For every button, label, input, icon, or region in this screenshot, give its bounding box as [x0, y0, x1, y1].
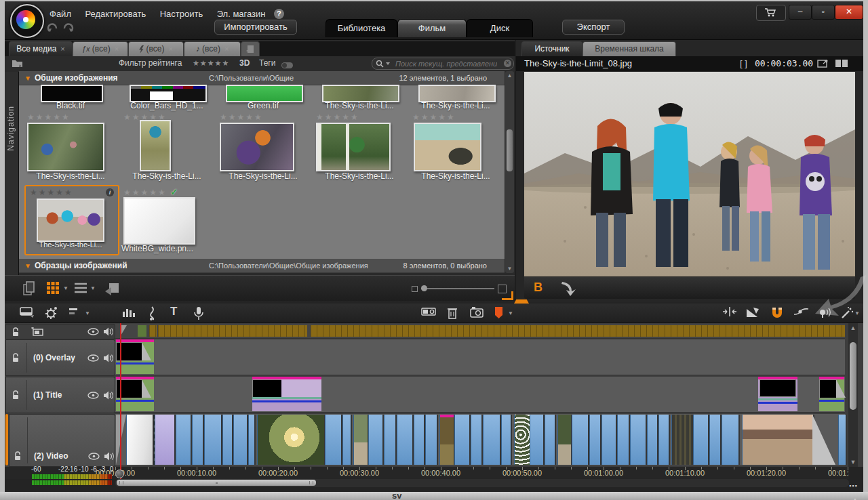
marker-bar[interactable]: [311, 325, 845, 337]
collapse-triangle-icon[interactable]: ▼: [24, 262, 31, 270]
media-thumb-sky5[interactable]: [220, 123, 294, 171]
tab-close-icon[interactable]: ×: [60, 45, 64, 53]
video-clip-segment[interactable]: [192, 415, 204, 465]
eye-icon[interactable]: [88, 453, 100, 460]
scroll-thumb[interactable]: [507, 129, 513, 171]
tab-library[interactable]: Библиотека: [326, 19, 397, 37]
speaker-icon[interactable]: [103, 391, 114, 400]
video-clip-segment[interactable]: [204, 415, 222, 465]
playhead-knob[interactable]: [115, 470, 124, 478]
preview-image[interactable]: [524, 72, 855, 276]
video-clip-segment[interactable]: [838, 415, 847, 465]
timeline-ruler[interactable]: 00:00:00.0000:00:10.0000:00:20.0000:00:3…: [5, 467, 849, 479]
scorefitter-clef-icon[interactable]: [147, 306, 157, 321]
lock-icon[interactable]: [14, 451, 22, 461]
tab-close-icon[interactable]: ×: [115, 45, 119, 53]
voiceover-mic-icon[interactable]: [193, 306, 204, 321]
video-clip-segment[interactable]: [425, 415, 438, 465]
video-clip-segment[interactable]: [233, 415, 248, 465]
shop-cart-button[interactable]: [756, 5, 786, 21]
playhead[interactable]: [120, 323, 121, 479]
collapse-triangle-icon[interactable]: ▼: [24, 75, 31, 82]
trim-mode-icon[interactable]: [722, 306, 737, 317]
lock-icon[interactable]: [12, 327, 20, 337]
video-clip-segment[interactable]: [384, 415, 397, 465]
info-icon[interactable]: i: [106, 188, 114, 196]
video-clip-sunburst-thumb[interactable]: [257, 415, 326, 465]
video-clip-sparkle-thumb[interactable]: [514, 415, 531, 465]
export-button[interactable]: Экспорт: [562, 20, 625, 35]
timeline-clip[interactable]: [758, 377, 797, 411]
scroll-down-icon[interactable]: ▼: [848, 459, 858, 465]
video-clip-segment[interactable]: [471, 415, 483, 465]
title-track-row[interactable]: [115, 377, 845, 413]
3d-filter[interactable]: 3D: [239, 58, 250, 68]
list-view-caret-icon[interactable]: ▼: [90, 285, 96, 291]
video-clip-segment[interactable]: [368, 415, 384, 465]
menu-setup[interactable]: Настроить: [155, 7, 209, 21]
media-thumb-sky1[interactable]: [322, 85, 399, 102]
video-clip-segment[interactable]: [572, 415, 589, 465]
timeline-hscrollbar[interactable]: [115, 479, 849, 487]
media-thumb-sky6[interactable]: [316, 123, 391, 171]
search-clear-icon[interactable]: ✕: [504, 60, 511, 67]
search-input[interactable]: [394, 58, 498, 69]
media-thumb-whitebg[interactable]: [123, 197, 195, 245]
marker-bar-piece[interactable]: [149, 325, 157, 337]
rating-filter-stars[interactable]: ★★★★★: [193, 59, 229, 68]
slider-knob[interactable]: [421, 285, 427, 291]
thumb-grip[interactable]: [119, 481, 123, 484]
lock-icon[interactable]: [12, 353, 20, 362]
video-clip-segment[interactable]: [530, 415, 545, 465]
customize-toolbar-icon[interactable]: [20, 306, 35, 318]
search-icon[interactable]: [376, 60, 392, 68]
send-to-timeline-icon[interactable]: [104, 280, 121, 295]
collection-icon[interactable]: [12, 58, 24, 68]
timeline-clip[interactable]: [252, 377, 321, 411]
media-thumb-sky4[interactable]: [140, 120, 171, 171]
rating-stars[interactable]: ★★★★★: [30, 188, 73, 197]
track-size-caret-icon[interactable]: ▼: [85, 310, 90, 316]
tags-toggle[interactable]: [281, 62, 293, 68]
speaker-icon[interactable]: [103, 354, 114, 362]
video-clip-segment[interactable]: [342, 415, 352, 465]
menu-store[interactable]: Эл. магазин: [212, 7, 271, 21]
media-thumb-sky2[interactable]: [418, 85, 496, 102]
list-view-icon[interactable]: [74, 283, 87, 293]
eye-icon[interactable]: [87, 392, 99, 399]
undo-icon[interactable]: [47, 24, 56, 32]
track-size-icon[interactable]: [68, 306, 82, 317]
audio-scrub-icon[interactable]: [817, 306, 832, 318]
settings-gear-icon[interactable]: [44, 306, 59, 320]
timecode-display[interactable]: 00:00:03.00: [755, 58, 813, 68]
navigation-side-tab[interactable]: Navigation: [5, 72, 19, 301]
library-scrollbar[interactable]: ▲ ▼: [505, 71, 514, 273]
menu-edit[interactable]: Редактировать: [79, 7, 151, 21]
tab-close-icon[interactable]: ×: [224, 45, 229, 53]
tab-disc[interactable]: Диск: [467, 19, 533, 37]
group-header-common-images[interactable]: ▼Общие изображения C:\Пользователи\Общие…: [19, 71, 505, 85]
scroll-down-icon[interactable]: ▼: [507, 266, 513, 272]
tags-label[interactable]: Теги: [259, 58, 275, 68]
help-icon[interactable]: ?: [274, 9, 284, 19]
preview-tab-timeline[interactable]: Временная шкала: [583, 41, 676, 56]
scroll-thumb[interactable]: [850, 342, 856, 410]
snapshot-camera-icon[interactable]: [470, 306, 484, 318]
scroll-thumb[interactable]: [117, 480, 316, 486]
eye-icon[interactable]: [87, 354, 99, 362]
effects-caret-icon[interactable]: ▼: [854, 310, 860, 316]
slider-track[interactable]: [421, 288, 494, 289]
video-clip-segment[interactable]: [630, 415, 647, 465]
video-clip-road-thumb[interactable]: [353, 415, 369, 465]
dual-display-icon[interactable]: [835, 59, 848, 68]
zoom-out-icon[interactable]: [412, 286, 418, 292]
marker-b-label[interactable]: B: [534, 280, 542, 295]
media-thumb-sky3[interactable]: [27, 123, 104, 171]
group-header-sample-images[interactable]: ▼Образцы изображений C:\Пользователи\Общ…: [19, 259, 505, 273]
marker-bar[interactable]: [158, 325, 307, 337]
video-clip-dense-group[interactable]: [671, 415, 694, 465]
marker-caret-icon[interactable]: ▼: [508, 310, 513, 316]
import-button[interactable]: Импортировать: [214, 20, 297, 35]
video-clip-segment[interactable]: [617, 415, 630, 465]
media-thumb-colorbars[interactable]: [130, 85, 207, 102]
